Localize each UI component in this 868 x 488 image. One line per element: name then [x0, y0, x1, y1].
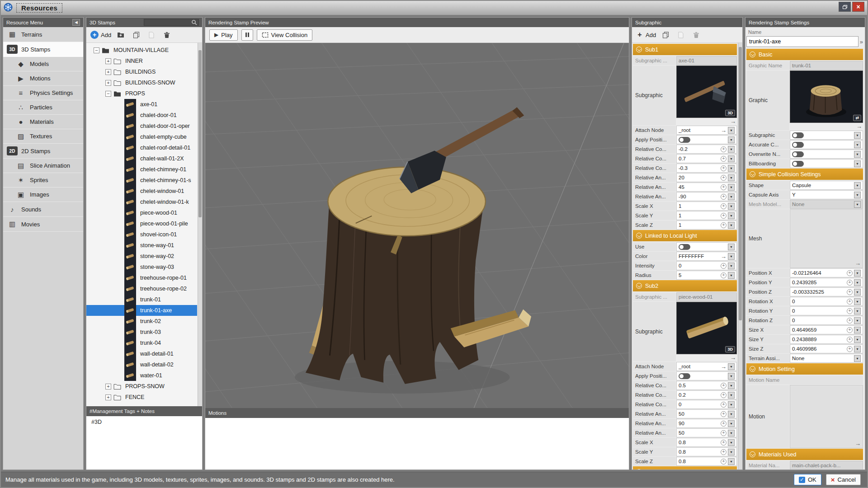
- tree-row[interactable]: axe-01: [86, 99, 197, 110]
- property-value[interactable]: _root: [676, 126, 737, 135]
- property-value[interactable]: -0.3: [676, 164, 737, 173]
- pause-button[interactable]: [241, 29, 253, 41]
- dropdown-icon[interactable]: [854, 355, 861, 362]
- toggle-switch[interactable]: [679, 373, 690, 379]
- tree-row[interactable]: stone-way-02: [86, 251, 197, 262]
- stepper-icon[interactable]: [721, 402, 726, 408]
- tree-row[interactable]: stone-way-01: [86, 240, 197, 251]
- tree-row[interactable]: trunk-01: [86, 294, 197, 305]
- section-header-motion[interactable]: Motion Setting: [746, 363, 863, 375]
- expander-icon[interactable]: [105, 394, 111, 400]
- dropdown-icon[interactable]: [728, 373, 735, 380]
- dropdown-icon[interactable]: [728, 165, 735, 172]
- dropdown-icon[interactable]: [728, 272, 735, 279]
- stepper-icon[interactable]: [721, 411, 726, 417]
- resource-menu-item[interactable]: ● Materials: [3, 115, 83, 129]
- dropdown-icon[interactable]: [854, 317, 861, 324]
- property-value[interactable]: Capsule: [790, 181, 863, 190]
- section-header-sub1[interactable]: Sub1: [633, 44, 737, 55]
- resource-menu-item[interactable]: ▤ Slice Animation: [3, 159, 83, 173]
- name-input[interactable]: [746, 36, 859, 47]
- tree-row[interactable]: PROPS-SNOW: [86, 381, 197, 392]
- tree-row[interactable]: chalet-door-01: [86, 110, 197, 121]
- property-value[interactable]: 0.7: [676, 154, 737, 163]
- tree-row[interactable]: shovel-icon-01: [86, 229, 197, 240]
- dropdown-icon[interactable]: [728, 458, 735, 465]
- property-value[interactable]: [790, 131, 863, 140]
- stepper-icon[interactable]: [721, 430, 726, 436]
- toggle-switch[interactable]: [792, 151, 804, 157]
- tree-row[interactable]: chalet-empty-cube: [86, 131, 197, 142]
- stepper-icon[interactable]: [721, 459, 726, 465]
- dropdown-icon[interactable]: [854, 336, 861, 343]
- title-bar[interactable]: Resources ×: [1, 1, 867, 15]
- property-value[interactable]: [676, 371, 737, 380]
- property-value[interactable]: [790, 140, 863, 149]
- property-value[interactable]: None: [790, 200, 863, 209]
- property-value[interactable]: 0.2: [676, 390, 737, 399]
- dropdown-icon[interactable]: [728, 401, 735, 408]
- stepper-icon[interactable]: [721, 392, 726, 398]
- property-value[interactable]: Y: [790, 190, 863, 199]
- resource-menu-item[interactable]: ≡ Physics Settings: [3, 86, 83, 100]
- resource-menu-item[interactable]: ◆ Models: [3, 57, 83, 71]
- property-value[interactable]: 0.2438889: [790, 335, 863, 344]
- new-folder-button[interactable]: [115, 29, 127, 40]
- play-button[interactable]: ▶ Play: [209, 29, 238, 41]
- property-value[interactable]: 20: [676, 173, 737, 182]
- tree-row[interactable]: trunk-01-axe: [86, 305, 197, 316]
- dropdown-icon[interactable]: [728, 439, 735, 446]
- tree-row[interactable]: piece-wood-01-pile: [86, 218, 197, 229]
- tree-row[interactable]: treehouse-rope-01: [86, 272, 197, 283]
- open-detail-arrow-icon[interactable]: [855, 260, 861, 267]
- dropdown-icon[interactable]: [854, 141, 861, 148]
- stepper-icon[interactable]: [721, 213, 726, 219]
- paste-button[interactable]: [146, 29, 157, 40]
- subgraphic-scrollbar-thumb[interactable]: [739, 47, 742, 320]
- expander-icon[interactable]: [94, 47, 99, 53]
- stepper-icon[interactable]: [721, 184, 726, 190]
- dropdown-icon[interactable]: [728, 184, 735, 191]
- expander-icon[interactable]: [105, 69, 111, 75]
- dropdown-icon[interactable]: [854, 279, 861, 286]
- stepper-icon[interactable]: [721, 222, 726, 228]
- dropdown-icon[interactable]: [728, 203, 735, 210]
- tree-row[interactable]: chalet-door-01-oper: [86, 121, 197, 131]
- property-value[interactable]: 0.8: [676, 438, 737, 447]
- dropdown-icon[interactable]: [728, 155, 735, 162]
- resource-menu-item[interactable]: ▶ Motions: [3, 71, 83, 86]
- stepper-icon[interactable]: [721, 165, 726, 171]
- dropdown-icon[interactable]: [854, 298, 861, 305]
- expander-icon[interactable]: [105, 91, 111, 97]
- stepper-icon[interactable]: [721, 263, 726, 269]
- tree-row[interactable]: chelet-window-01-k: [86, 197, 197, 207]
- property-value[interactable]: 0: [790, 297, 863, 306]
- dropdown-icon[interactable]: [854, 192, 861, 198]
- resource-menu-item[interactable]: 3D 3D Stamps: [3, 42, 83, 57]
- resource-menu-item[interactable]: ♪ Sounds: [3, 202, 83, 217]
- delete-button[interactable]: [161, 29, 173, 40]
- dropdown-icon[interactable]: [854, 289, 861, 296]
- property-value[interactable]: [790, 159, 863, 168]
- stepper-icon[interactable]: [721, 421, 726, 427]
- stepper-icon[interactable]: [847, 289, 853, 295]
- property-value[interactable]: 0.4649659: [790, 325, 863, 334]
- resource-menu-item[interactable]: ✶ Sprites: [3, 173, 83, 188]
- tree-row[interactable]: PROPS: [86, 88, 197, 99]
- property-value[interactable]: 0.2439285: [790, 278, 863, 287]
- resource-menu-item[interactable]: 2D 2D Stamps: [3, 144, 83, 159]
- arrow-icon[interactable]: [721, 253, 726, 259]
- property-value[interactable]: 45: [676, 183, 737, 192]
- open-detail-arrow-icon[interactable]: [730, 354, 737, 361]
- tree-row[interactable]: trunk-04: [86, 338, 197, 348]
- resource-menu-item[interactable]: ▦ Terrains: [3, 27, 83, 42]
- resource-menu-item[interactable]: ∴ Particles: [3, 100, 83, 115]
- dropdown-icon[interactable]: [728, 174, 735, 181]
- stepper-icon[interactable]: [847, 318, 853, 324]
- dropdown-icon[interactable]: [728, 193, 735, 200]
- property-value[interactable]: 50: [676, 428, 737, 437]
- dropdown-icon[interactable]: [728, 222, 735, 229]
- property-value[interactable]: 90: [676, 419, 737, 428]
- property-value[interactable]: [676, 242, 737, 251]
- graphic-thumbnail[interactable]: ⇄: [790, 70, 863, 123]
